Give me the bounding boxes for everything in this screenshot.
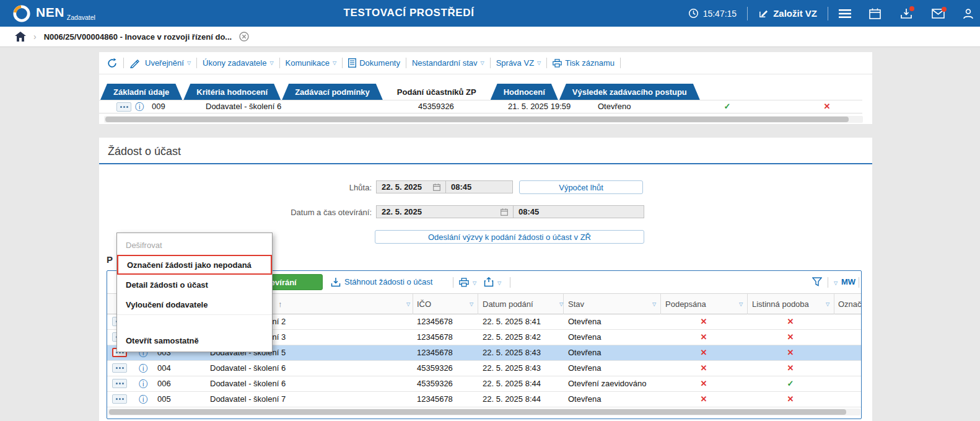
tab-zadavaci-podminky[interactable]: Zadávací podmínky: [282, 84, 383, 100]
menu-item-otevrit-samostatne[interactable]: Otevřít samostatně: [117, 330, 272, 350]
column-filter-icon[interactable]: ▽: [406, 302, 410, 307]
toolbar-item-tisk-zaznamu[interactable]: Tisk záznamu: [553, 58, 615, 68]
home-icon[interactable]: [15, 32, 26, 42]
opening-date-value: 22. 5. 2025: [382, 207, 422, 216]
tab-hodnoceni[interactable]: Hodnocení: [491, 84, 558, 100]
chevron-down-icon[interactable]: ▽: [834, 281, 838, 286]
column-header-oznaceni[interactable]: Označ: [838, 299, 862, 309]
send-invitation-button[interactable]: Odeslání výzvy k podání žádosti o účast …: [375, 230, 644, 244]
breadcrumb-record-title[interactable]: N006/25/V00004860 - Inovace v rozvoji ří…: [44, 32, 232, 42]
column-header-ico[interactable]: IČO: [417, 299, 431, 309]
user-icon[interactable]: [963, 8, 974, 19]
mail-icon[interactable]: [932, 9, 945, 19]
table-row[interactable]: ⓘ 005 Dodavatel - školení 7 12345678 22.…: [107, 392, 861, 407]
hamburger-menu-icon[interactable]: [839, 9, 851, 19]
edit-icon: [758, 8, 769, 19]
column-filter-icon[interactable]: ▽: [652, 302, 656, 307]
calendar-icon[interactable]: [433, 184, 440, 191]
row-ico: 45359326: [417, 379, 453, 388]
refresh-icon[interactable]: [107, 58, 118, 69]
column-header-podepsana[interactable]: Podepsána: [665, 299, 706, 309]
nen-logo-icon: [12, 4, 31, 23]
filter-icon[interactable]: [812, 277, 822, 286]
header-divider: [828, 7, 828, 20]
column-filter-icon[interactable]: ▽: [826, 302, 829, 307]
deadline-date-value: 22. 5. 2025: [382, 182, 422, 192]
calc-deadlines-button[interactable]: Výpočet lhůt: [519, 180, 643, 194]
tab-podani-ucastniku-zp[interactable]: Podání účastníků ZP: [384, 84, 489, 100]
toolbar-divider: [406, 58, 406, 68]
record-tabs: Základní údaje Kritéria hodnocení Zadáva…: [100, 84, 700, 100]
row-actions-button[interactable]: [112, 394, 127, 404]
opening-time-field[interactable]: 08:45: [513, 205, 644, 218]
row-ico: 12345678: [417, 317, 453, 326]
table-row[interactable]: ⓘ 006 Dodavatel - školení 6 45359326 22.…: [107, 376, 861, 392]
previous-table-row[interactable]: ⓘ 009 Dodavatel - školení 6 45359326 21.…: [99, 100, 862, 113]
nen-logo[interactable]: NEN Zadavatel: [12, 4, 95, 23]
close-record-icon[interactable]: [239, 32, 249, 42]
toolbar-divider: [510, 277, 510, 288]
horizontal-scrollbar-thumb[interactable]: [109, 409, 846, 415]
export-icon[interactable]: [484, 277, 494, 287]
calendar-icon[interactable]: [501, 208, 508, 216]
info-icon[interactable]: ⓘ: [139, 364, 147, 373]
download-icon: [331, 277, 341, 287]
deadline-time-value: 08:45: [451, 182, 471, 192]
row-actions-button[interactable]: [116, 102, 131, 112]
tab-vysledek-zadavaciho-postupu[interactable]: Výsledek zadávacího postupu: [559, 84, 700, 100]
table-row[interactable]: ⓘ 004 Dodavatel - školení 6 45359326 22.…: [107, 361, 861, 376]
toolbar-item-komunikace[interactable]: Komunikace ▽: [286, 58, 337, 68]
section-title: Žádost o účast: [108, 145, 181, 158]
row-actions-button[interactable]: [112, 363, 127, 373]
download-requests-link[interactable]: Stáhnout žádosti o účast: [344, 277, 432, 286]
menu-item-detail-zadosti-o-ucast[interactable]: Detail žádosti o účast: [117, 275, 272, 295]
view-selector[interactable]: MW: [841, 277, 855, 286]
horizontal-scrollbar-thumb[interactable]: [105, 117, 849, 122]
horizontal-scrollbar[interactable]: [108, 409, 860, 415]
column-filter-icon[interactable]: ▽: [739, 302, 743, 307]
row-status: Otevřena: [568, 317, 601, 326]
toolbar-item-dokumenty[interactable]: Dokumenty: [348, 58, 400, 68]
row-number: 009: [152, 102, 165, 111]
document-icon: [348, 58, 356, 68]
column-header-listinna-podoba[interactable]: Listinná podoba: [752, 299, 809, 309]
printer-icon[interactable]: [459, 278, 469, 287]
tab-kriteria-hodnoceni[interactable]: Kritéria hodnocení: [183, 84, 281, 100]
info-icon[interactable]: ⓘ: [139, 379, 147, 388]
chevron-down-icon[interactable]: ▽: [473, 281, 476, 286]
opening-date-field[interactable]: 22. 5. 2025: [376, 205, 514, 218]
clock: 15:47:15: [688, 8, 737, 19]
deadline-date-field[interactable]: 22. 5. 2025: [376, 180, 446, 193]
horizontal-scrollbar[interactable]: [104, 116, 863, 123]
toolbar-item-nestandardni-stav[interactable]: Nestandardní stav ▽: [412, 58, 484, 68]
toolbar-item-uverejneni[interactable]: Uveřejnění ▽: [145, 58, 191, 68]
row-actions-button[interactable]: [112, 379, 127, 388]
column-header-datum-podani[interactable]: Datum podání: [483, 299, 533, 309]
edit-record-icon[interactable]: [129, 58, 139, 68]
calendar-icon[interactable]: [869, 8, 881, 19]
info-icon[interactable]: ⓘ: [139, 395, 147, 404]
column-header-stav[interactable]: Stav: [568, 299, 584, 309]
column-filter-icon[interactable]: ▽: [470, 302, 473, 307]
toolbar-item-sprava-vz[interactable]: Správa VZ ▽: [496, 58, 541, 68]
toolbar-item-ukony-zadavatele[interactable]: Úkony zadavatele ▽: [203, 58, 274, 68]
row-submitted: 22. 5. 2025 8:42: [483, 332, 541, 342]
paper-mark: ✕: [821, 102, 833, 111]
sort-ascending-icon[interactable]: ↑: [278, 299, 282, 309]
row-ico: 12345678: [417, 394, 453, 404]
chevron-down-icon: ▽: [269, 61, 273, 66]
row-number: 006: [157, 379, 171, 388]
column-filter-icon[interactable]: ▽: [559, 302, 563, 307]
menu-item-vylouceni-dodavatele[interactable]: Vyloučení dodavatele: [117, 295, 272, 314]
menu-item-oznaceni-zadosti-jako-nepodana[interactable]: Označení žádosti jako nepodaná: [117, 255, 272, 275]
deadline-label: Lhůta:: [186, 183, 372, 192]
downloads-icon[interactable]: [900, 8, 912, 19]
info-icon[interactable]: ⓘ: [135, 102, 144, 111]
chevron-down-icon[interactable]: ▽: [497, 281, 501, 286]
clock-time: 15:47:15: [703, 9, 737, 19]
create-vz-button[interactable]: Založit VZ: [758, 8, 817, 19]
tab-zakladni-udaje[interactable]: Základní údaje: [100, 84, 182, 100]
toolbar-item-label: Správa VZ: [496, 58, 534, 68]
header-divider: [747, 7, 748, 20]
deadline-time-field[interactable]: 08:45: [445, 180, 513, 193]
